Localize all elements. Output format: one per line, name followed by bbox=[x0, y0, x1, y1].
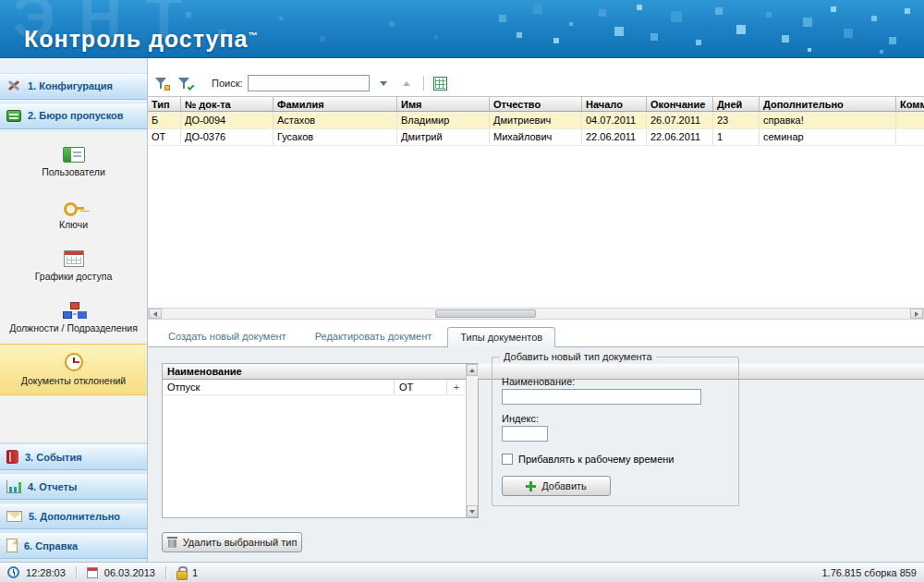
schedule-grid-icon bbox=[64, 250, 84, 267]
index-label: Индекс: bbox=[502, 413, 539, 424]
column-header-surname[interactable]: Фамилия bbox=[274, 97, 397, 111]
toolbar-separator bbox=[423, 76, 424, 91]
arrow-left-icon bbox=[153, 311, 157, 317]
add-type-button[interactable]: Добавить bbox=[502, 476, 611, 496]
sidebar-item-additional[interactable]: 5. Дополнительно bbox=[0, 503, 147, 529]
cell-firstname: Владимир bbox=[397, 113, 490, 128]
excel-export-button[interactable] bbox=[432, 74, 450, 92]
column-header-start[interactable]: Начало bbox=[582, 97, 647, 111]
filter-icon bbox=[154, 76, 169, 91]
bar-chart-icon bbox=[6, 480, 21, 493]
trash-icon bbox=[167, 537, 177, 548]
help-document-icon bbox=[6, 539, 18, 552]
type-name-cell: Отпуск bbox=[163, 380, 395, 394]
column-header-comment[interactable]: Комментарий bbox=[896, 97, 924, 111]
worktime-checkbox-label: Прибавлять к рабочему времени bbox=[518, 454, 674, 465]
cell-patronymic: Михайлович bbox=[490, 129, 582, 145]
add-type-button-label: Добавить bbox=[541, 480, 587, 491]
sidebar-item-help[interactable]: 6. Справка bbox=[0, 532, 147, 559]
cell-firstname: Дмитрий bbox=[397, 129, 490, 145]
column-header-firstname[interactable]: Имя bbox=[397, 97, 490, 111]
scroll-down-button[interactable] bbox=[467, 505, 478, 517]
key-icon bbox=[63, 199, 85, 215]
app-window: ЭНТ Контроль доступа™ 1. Конфигурация 2.… bbox=[0, 0, 924, 582]
column-header-patronymic[interactable]: Отчество bbox=[490, 97, 582, 111]
chevron-up-icon bbox=[403, 81, 410, 86]
sidebar: 1. Конфигурация 2. Бюро пропусков Пользо… bbox=[0, 58, 148, 562]
types-row[interactable]: Отпуск ОТ + bbox=[163, 380, 466, 395]
cell-days: 23 bbox=[713, 113, 760, 128]
horizontal-scrollbar[interactable] bbox=[148, 308, 924, 320]
column-header-type[interactable]: Тип bbox=[148, 97, 181, 111]
trademark-symbol: ™ bbox=[248, 30, 258, 41]
worktime-checkbox[interactable] bbox=[502, 454, 513, 465]
column-header-end[interactable]: Окончание bbox=[647, 97, 713, 111]
status-bar: 12:28:03 06.03.2013 1 1.76.815 сборка 85… bbox=[0, 562, 924, 582]
index-input[interactable] bbox=[502, 426, 548, 442]
plus-icon bbox=[526, 481, 536, 491]
delete-type-button[interactable]: Удалить выбранный тип bbox=[162, 532, 302, 552]
name-input[interactable] bbox=[502, 389, 701, 405]
search-input[interactable] bbox=[248, 75, 370, 91]
sidebar-item-events[interactable]: 3. События bbox=[0, 443, 147, 470]
column-header-additional[interactable]: Дополнительно bbox=[760, 97, 896, 111]
chevron-down-icon bbox=[380, 81, 387, 86]
type-add-cell[interactable]: + bbox=[447, 380, 466, 394]
column-header-days[interactable]: Дней bbox=[713, 97, 760, 111]
table-row-selected[interactable]: Б ДО-0094 Астахов Владимир Дмитриевич 04… bbox=[148, 113, 924, 129]
scrollbar-thumb[interactable] bbox=[435, 309, 536, 318]
subnav-item-users[interactable]: Пользователи bbox=[0, 137, 147, 188]
pass-card-icon bbox=[6, 110, 21, 122]
types-column-name[interactable]: Наименование bbox=[163, 364, 466, 379]
version-text: 1.76.815 сборка 859 bbox=[822, 567, 918, 578]
lock-count: 1 bbox=[192, 567, 198, 578]
scroll-up-button[interactable] bbox=[467, 364, 478, 376]
collapse-button[interactable] bbox=[397, 74, 416, 92]
document-tabs: Создать новый документ Редактировать док… bbox=[148, 325, 924, 346]
subnav-item-deviation-documents[interactable]: Документы отклонений bbox=[0, 344, 147, 395]
cell-patronymic: Дмитриевич bbox=[490, 113, 582, 128]
arrow-right-icon bbox=[915, 311, 918, 317]
subnav-item-label: Пользователи bbox=[42, 166, 105, 177]
vertical-scrollbar[interactable] bbox=[466, 364, 478, 517]
filter-check-icon bbox=[177, 76, 192, 91]
status-date: 06.03.2013 bbox=[104, 567, 155, 578]
app-header: ЭНТ Контроль доступа™ bbox=[0, 0, 924, 58]
check-mark-icon bbox=[188, 83, 195, 91]
cell-type: Б bbox=[148, 113, 181, 128]
column-header-doc-number[interactable]: № док-та bbox=[181, 97, 274, 111]
filter-apply-button[interactable] bbox=[176, 74, 194, 92]
sidebar-item-reports[interactable]: 4. Отчеты bbox=[0, 473, 147, 500]
subnav-item-label: Ключи bbox=[59, 219, 88, 230]
documents-table-header[interactable]: Тип № док-та Фамилия Имя Отчество Начало… bbox=[148, 96, 924, 112]
delete-type-button-label: Удалить выбранный тип bbox=[183, 537, 298, 548]
subnav-item-label: Графики доступа bbox=[35, 271, 113, 282]
cell-end: 26.07.2011 bbox=[647, 113, 713, 128]
add-type-groupbox: Добавить новый тип документа Наименовани… bbox=[492, 357, 739, 506]
documents-table: Тип № док-та Фамилия Имя Отчество Начало… bbox=[148, 96, 924, 146]
scroll-right-button[interactable] bbox=[910, 309, 923, 319]
table-row[interactable]: ОТ ДО-0376 Гусаков Дмитрий Михайлович 22… bbox=[148, 129, 924, 146]
subnav-item-access-schedules[interactable]: Графики доступа bbox=[0, 240, 147, 292]
tab-edit-document[interactable]: Редактировать документ bbox=[302, 326, 445, 346]
main-area: Поиск: Тип № док-та Фамилия Имя Отчество… bbox=[148, 58, 924, 562]
cell-comment bbox=[896, 129, 924, 145]
app-title: Контроль доступа™ bbox=[24, 26, 258, 53]
types-table-header[interactable]: Наименование Индекс + bbox=[163, 364, 466, 380]
config-tools-icon bbox=[6, 79, 21, 93]
cell-doc-number: ДО-0376 bbox=[181, 129, 274, 145]
type-index-cell: ОТ bbox=[395, 380, 447, 394]
sidebar-item-pass-office[interactable]: 2. Бюро пропусков bbox=[0, 103, 147, 129]
tab-document-types[interactable]: Типы документов bbox=[447, 327, 555, 347]
tab-create-document[interactable]: Создать новый документ bbox=[155, 326, 299, 346]
subnav-item-keys[interactable]: Ключи bbox=[0, 188, 147, 240]
sidebar-item-label: 3. События bbox=[25, 452, 82, 463]
types-table-container: Наименование Индекс + Больничный Б + Отп… bbox=[162, 363, 479, 518]
subnav-item-positions-departments[interactable]: Должности / Подразделения bbox=[0, 292, 147, 344]
lock-icon bbox=[176, 566, 186, 578]
search-dropdown-button[interactable] bbox=[374, 74, 393, 92]
app-title-text: Контроль доступа bbox=[24, 26, 248, 52]
scroll-left-button[interactable] bbox=[149, 309, 162, 319]
filter-button[interactable] bbox=[152, 74, 171, 92]
sidebar-item-configuration[interactable]: 1. Конфигурация bbox=[0, 73, 147, 100]
